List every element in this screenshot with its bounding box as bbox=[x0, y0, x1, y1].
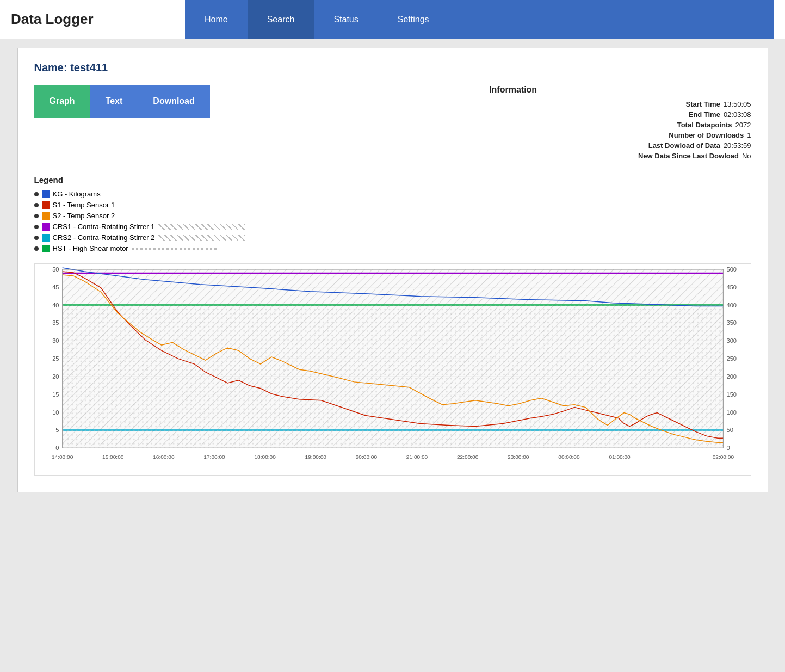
legend-color-s1 bbox=[42, 201, 50, 209]
header: Data Logger Home Search Status Settings bbox=[0, 0, 785, 39]
info-label-datapoints: Total Datapoints bbox=[677, 121, 732, 129]
tab-text[interactable]: Text bbox=[90, 85, 138, 118]
legend-item-s2: S2 - Temp Sensor 2 bbox=[34, 212, 751, 220]
svg-text:22:00:00: 22:00:00 bbox=[457, 454, 479, 460]
svg-text:19:00:00: 19:00:00 bbox=[305, 454, 326, 460]
tab-group: Graph Text Download bbox=[34, 85, 210, 118]
svg-text:15: 15 bbox=[52, 391, 59, 398]
info-row-endtime: End Time 02:03:08 bbox=[275, 110, 751, 119]
info-label-lastdownload: Last Dowload of Data bbox=[648, 141, 720, 150]
svg-text:45: 45 bbox=[52, 284, 59, 291]
legend-color-kg bbox=[42, 190, 50, 198]
legend-label-crs1: CRS1 - Contra-Rotating Stirrer 1 bbox=[53, 223, 155, 231]
svg-text:23:00:00: 23:00:00 bbox=[508, 454, 529, 460]
svg-text:50: 50 bbox=[52, 266, 59, 273]
svg-text:15:00:00: 15:00:00 bbox=[102, 454, 124, 460]
info-row-starttime: Start Time 13:50:05 bbox=[275, 100, 751, 108]
info-row-datapoints: Total Datapoints 2072 bbox=[275, 121, 751, 129]
svg-rect-17 bbox=[62, 305, 723, 448]
svg-text:350: 350 bbox=[726, 320, 737, 326]
svg-text:200: 200 bbox=[726, 373, 737, 380]
main-container: Name: test411 Graph Text Download Inform… bbox=[17, 48, 768, 492]
legend-item-hst: HST - High Shear motor bbox=[34, 244, 751, 252]
nav-search[interactable]: Search bbox=[248, 0, 314, 39]
svg-text:0: 0 bbox=[55, 445, 59, 451]
info-label-newdata: New Data Since Last Dowload bbox=[638, 152, 739, 160]
chart-svg: 0 5 10 15 20 25 30 35 40 45 50 0 50 100 … bbox=[35, 264, 751, 475]
svg-text:40: 40 bbox=[52, 302, 59, 309]
legend-label-s1: S1 - Temp Sensor 1 bbox=[53, 201, 115, 209]
svg-text:18:00:00: 18:00:00 bbox=[254, 454, 276, 460]
legend-section: Legend KG - Kilograms S1 - Temp Sensor 1… bbox=[34, 175, 751, 252]
info-value-datapoints: 2072 bbox=[735, 121, 751, 129]
info-value-lastdownload: 20:53:59 bbox=[724, 141, 751, 150]
svg-text:35: 35 bbox=[52, 320, 59, 326]
svg-text:100: 100 bbox=[726, 409, 737, 416]
legend-item-kg: KG - Kilograms bbox=[34, 190, 751, 198]
svg-text:450: 450 bbox=[726, 284, 737, 291]
svg-text:10: 10 bbox=[52, 409, 59, 416]
svg-text:150: 150 bbox=[726, 391, 737, 398]
svg-text:14:00:00: 14:00:00 bbox=[51, 454, 73, 460]
info-value-starttime: 13:50:05 bbox=[724, 100, 751, 108]
svg-text:400: 400 bbox=[726, 302, 737, 309]
legend-bullet-crs1 bbox=[34, 225, 39, 229]
legend-color-s2 bbox=[42, 212, 50, 220]
svg-text:50: 50 bbox=[726, 427, 733, 433]
svg-text:250: 250 bbox=[726, 355, 737, 362]
svg-text:5: 5 bbox=[55, 427, 59, 433]
legend-label-hst: HST - High Shear motor bbox=[53, 244, 128, 252]
svg-text:01:00:00: 01:00:00 bbox=[609, 454, 631, 460]
legend-color-crs2 bbox=[42, 234, 50, 242]
info-value-endtime: 02:03:08 bbox=[724, 110, 751, 119]
nav-status[interactable]: Status bbox=[314, 0, 378, 39]
legend-label-crs2: CRS2 - Contra-Rotating Stirrer 2 bbox=[53, 233, 155, 242]
info-label-starttime: Start Time bbox=[686, 100, 720, 108]
legend-pattern-crs1 bbox=[158, 224, 245, 230]
legend-pattern-crs2 bbox=[158, 235, 245, 241]
legend-label-kg: KG - Kilograms bbox=[53, 190, 101, 198]
main-nav: Home Search Status Settings bbox=[185, 0, 774, 39]
svg-text:16:00:00: 16:00:00 bbox=[153, 454, 175, 460]
legend-bullet-s2 bbox=[34, 214, 39, 218]
info-row-lastdownload: Last Dowload of Data 20:53:59 bbox=[275, 141, 751, 150]
info-value-newdata: No bbox=[742, 152, 751, 160]
page-title: Name: test411 bbox=[34, 61, 751, 74]
svg-text:0: 0 bbox=[726, 445, 730, 451]
info-title: Information bbox=[275, 85, 751, 95]
legend-bullet-s1 bbox=[34, 203, 39, 207]
nav-settings[interactable]: Settings bbox=[378, 0, 449, 39]
svg-text:25: 25 bbox=[52, 355, 59, 362]
top-section: Graph Text Download Information Start Ti… bbox=[34, 85, 751, 162]
legend-bullet-hst bbox=[34, 246, 39, 251]
svg-text:300: 300 bbox=[726, 337, 737, 344]
tab-graph[interactable]: Graph bbox=[34, 85, 90, 118]
tab-download[interactable]: Download bbox=[138, 85, 209, 118]
info-label-endtime: End Time bbox=[689, 110, 720, 119]
svg-text:500: 500 bbox=[726, 266, 737, 273]
legend-item-s1: S1 - Temp Sensor 1 bbox=[34, 201, 751, 209]
legend-item-crs1: CRS1 - Contra-Rotating Stirrer 1 bbox=[34, 223, 751, 231]
legend-color-crs1 bbox=[42, 223, 50, 231]
svg-text:17:00:00: 17:00:00 bbox=[203, 454, 225, 460]
legend-item-crs2: CRS2 - Contra-Rotating Stirrer 2 bbox=[34, 233, 751, 242]
svg-text:00:00:00: 00:00:00 bbox=[558, 454, 580, 460]
app-title: Data Logger bbox=[11, 11, 185, 28]
info-value-downloads: 1 bbox=[747, 131, 751, 139]
legend-pattern-hst bbox=[132, 248, 219, 250]
info-row-downloads: Number of Downloads 1 bbox=[275, 131, 751, 139]
nav-home[interactable]: Home bbox=[185, 0, 248, 39]
legend-bullet-kg bbox=[34, 192, 39, 196]
info-label-downloads: Number of Downloads bbox=[669, 131, 744, 139]
svg-text:21:00:00: 21:00:00 bbox=[406, 454, 428, 460]
svg-text:30: 30 bbox=[52, 337, 59, 344]
chart-container: 0 5 10 15 20 25 30 35 40 45 50 0 50 100 … bbox=[34, 263, 751, 476]
info-row-newdata: New Data Since Last Dowload No bbox=[275, 152, 751, 160]
legend-bullet-crs2 bbox=[34, 236, 39, 240]
svg-text:20:00:00: 20:00:00 bbox=[355, 454, 377, 460]
svg-text:20: 20 bbox=[52, 373, 59, 380]
legend-color-hst bbox=[42, 245, 50, 252]
info-panel: Information Start Time 13:50:05 End Time… bbox=[275, 85, 751, 162]
legend-title: Legend bbox=[34, 175, 751, 184]
svg-text:02:00:00: 02:00:00 bbox=[712, 454, 734, 460]
